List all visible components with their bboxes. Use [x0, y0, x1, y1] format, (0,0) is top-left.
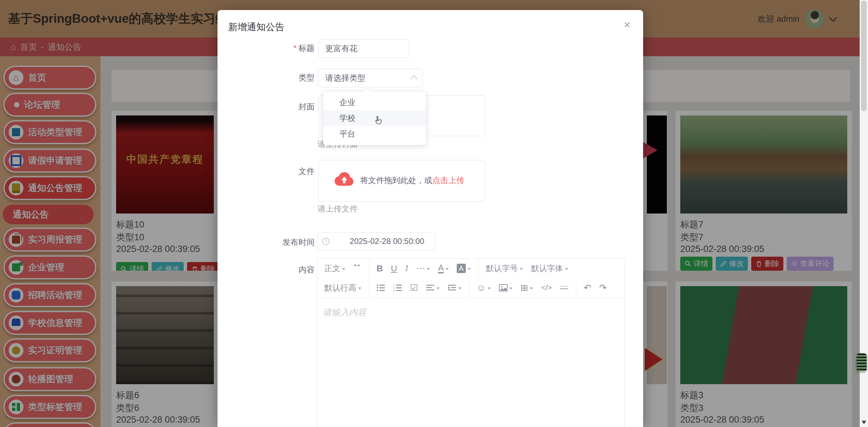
scroll-down-arrow-icon[interactable] — [862, 421, 866, 424]
upload-link[interactable]: 点击上传 — [432, 176, 464, 185]
scrollbar-thumb[interactable] — [861, 1, 867, 111]
editor-content[interactable]: 请输入内容 — [317, 298, 625, 427]
undo-button[interactable]: ↶ — [580, 280, 595, 295]
font-color-button[interactable]: A — [435, 261, 452, 276]
blockquote-button[interactable]: “ — [350, 261, 365, 276]
screen: 基于SpringBoot+vue的高校学生实习综合 欢迎 admin ⌂ 首页 … — [0, 0, 868, 427]
add-notice-dialog: 新增通知公告 × *标题 更富有花 类型 请选择类型 封面 请上传封面 企业 学… — [217, 10, 643, 427]
toolbar-divider — [469, 278, 469, 297]
insert-table-button[interactable]: ⊞ — [517, 280, 537, 295]
rich-text-editor: 正文 “ B U I ⋯ A A 默认字号 默认字体 默认行高 — [317, 258, 625, 427]
image-icon — [499, 284, 507, 292]
indent-button[interactable] — [444, 280, 465, 295]
caret-icon — [467, 268, 471, 270]
upload-cloud-icon — [333, 170, 355, 187]
toolbar-divider — [369, 259, 369, 278]
caret-icon — [488, 287, 491, 289]
publish-time-label: 发布时间 — [217, 237, 314, 248]
type-select[interactable]: 请选择类型 — [318, 69, 423, 87]
cursor-hand-icon — [373, 116, 383, 128]
toolbar-divider — [576, 278, 576, 297]
bullet-list-icon — [376, 284, 385, 292]
file-helper: 请上传文件 — [317, 204, 358, 214]
option-enterprise[interactable]: 企业 — [323, 94, 426, 110]
caret-icon — [530, 287, 533, 289]
caret-icon — [458, 287, 461, 289]
caret-icon — [427, 268, 430, 270]
more-styles-button[interactable]: ⋯ — [412, 261, 433, 276]
caret-icon — [565, 268, 568, 270]
dialog-title: 新增通知公告 — [228, 21, 284, 33]
caret-icon — [520, 268, 523, 270]
italic-button[interactable]: I — [402, 261, 411, 276]
toolbar-divider — [478, 259, 478, 278]
font-size-button[interactable]: 默认字号 — [483, 261, 526, 276]
editor-toolbar-row1: 正文 “ B U I ⋯ A A 默认字号 默认字体 — [317, 259, 625, 278]
bullet-list-button[interactable] — [373, 280, 389, 295]
bold-button[interactable]: B — [373, 261, 386, 276]
content-label: 内容 — [217, 264, 314, 275]
ordered-list-icon: 123 — [393, 284, 402, 292]
caret-icon — [509, 287, 513, 289]
caret-icon — [445, 268, 449, 270]
redo-button[interactable]: ↷ — [596, 280, 610, 295]
caret-icon — [342, 268, 345, 270]
media-widget[interactable] — [857, 354, 867, 371]
chevron-up-icon — [410, 75, 417, 82]
caret-icon — [358, 287, 362, 289]
divider-icon — [560, 284, 568, 292]
line-height-button[interactable]: 默认行高 — [321, 280, 365, 295]
close-icon[interactable]: × — [624, 18, 630, 31]
caret-icon — [436, 287, 440, 289]
svg-text:3: 3 — [393, 289, 395, 292]
editor-placeholder: 请输入内容 — [323, 307, 366, 318]
file-upload-area[interactable]: 将文件拖到此处，或点击上传 — [318, 160, 486, 202]
paragraph-style-button[interactable]: 正文 — [321, 261, 349, 276]
todo-list-button[interactable]: ☑ — [407, 280, 421, 295]
title-label: *标题 — [217, 43, 314, 54]
cover-label: 封面 — [217, 101, 314, 112]
code-block-button[interactable]: </> — [538, 280, 555, 295]
ordered-list-button[interactable]: 123 — [390, 280, 405, 295]
align-icon — [426, 284, 435, 292]
required-mark: * — [293, 43, 297, 53]
option-platform[interactable]: 平台 — [323, 126, 426, 142]
type-dropdown: 企业 学校 平台 — [323, 91, 426, 145]
drag-text: 将文件拖到此处，或点击上传 — [360, 175, 464, 186]
align-button[interactable] — [423, 280, 443, 295]
file-label: 文件 — [217, 166, 314, 177]
clock-icon — [321, 237, 330, 246]
font-family-button[interactable]: 默认字体 — [528, 261, 571, 276]
title-input[interactable]: 更富有花 — [318, 39, 409, 58]
editor-toolbar-row2: 默认行高 123 ☑ ☺ — [317, 278, 625, 298]
toolbar-divider — [369, 278, 369, 297]
bg-color-button[interactable]: A — [454, 261, 474, 276]
indent-icon — [448, 284, 457, 292]
emoji-button[interactable]: ☺ — [473, 280, 494, 295]
underline-button[interactable]: U — [388, 261, 401, 276]
publish-time-input[interactable]: 2025-02-28 00:50:00 — [317, 232, 435, 250]
insert-image-button[interactable] — [496, 280, 516, 295]
horizontal-rule-button[interactable] — [556, 280, 572, 295]
type-label: 类型 — [217, 72, 314, 83]
